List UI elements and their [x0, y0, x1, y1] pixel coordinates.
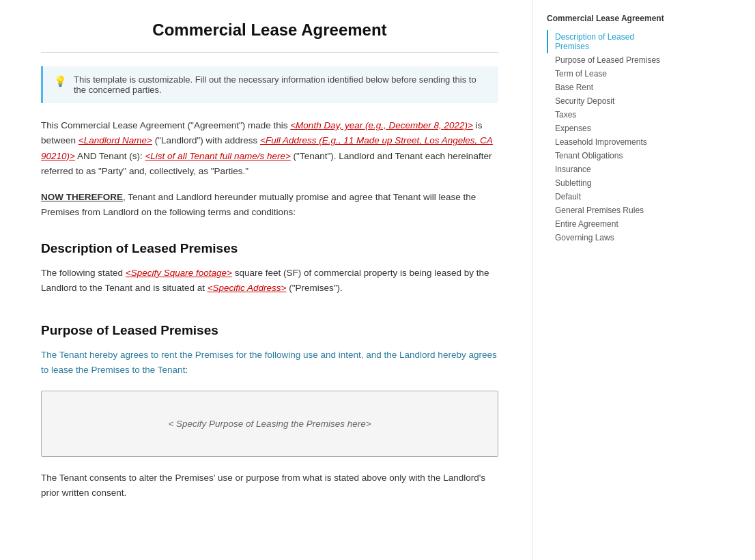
date-field[interactable]: <Month Day, year (e.g., December 8, 2022…: [290, 120, 473, 130]
sidebar-nav-item[interactable]: Base Rent: [547, 81, 669, 94]
section-description: Description of Leased Premises The follo…: [41, 241, 498, 296]
tenant-field[interactable]: <List of all Tenant full name/s here>: [145, 151, 290, 161]
sidebar: Commercial Lease Agreement Description o…: [532, 0, 676, 560]
sidebar-nav-item[interactable]: General Premises Rules: [547, 204, 669, 217]
now-therefore-bold: NOW THEREFORE: [41, 192, 123, 202]
sidebar-nav-item[interactable]: Purpose of Leased Premises: [547, 53, 669, 67]
sidebar-nav-item[interactable]: Term of Lease: [547, 67, 669, 81]
info-box-text: This template is customizable. Fill out …: [74, 74, 487, 95]
sidebar-nav-item[interactable]: Description of Leased Premises: [547, 30, 669, 53]
bulb-icon: 💡: [54, 75, 67, 87]
intro-part3: ("Landlord") with address: [152, 135, 260, 145]
purpose-placeholder: < Specify Purpose of Leasing the Premise…: [168, 419, 371, 429]
section-purpose: Purpose of Leased Premises The Tenant he…: [41, 323, 498, 501]
desc-part1: The following stated: [41, 268, 126, 278]
sidebar-title: Commercial Lease Agreement: [547, 14, 669, 23]
title-divider: [41, 52, 498, 53]
intro-paragraph: This Commercial Lease Agreement ("Agreem…: [41, 118, 498, 179]
landlord-field[interactable]: <Landlord Name>: [79, 135, 152, 145]
consent-text: The Tenant consents to alter the Premise…: [41, 471, 498, 501]
section-body-description: The following stated <Specify Square foo…: [41, 266, 498, 296]
sidebar-nav-item[interactable]: Subletting: [547, 176, 669, 190]
sidebar-nav-item[interactable]: Insurance: [547, 163, 669, 176]
sidebar-nav-item[interactable]: Taxes: [547, 108, 669, 122]
intro-part1: This Commercial Lease Agreement ("Agreem…: [41, 120, 290, 130]
now-therefore-paragraph: NOW THEREFORE, Tenant and Landlord hereu…: [41, 190, 498, 221]
sidebar-nav-item[interactable]: Security Deposit: [547, 94, 669, 108]
intro-part4: AND Tenant (s):: [75, 151, 145, 161]
sidebar-nav-item[interactable]: Leasehold Improvements: [547, 135, 669, 149]
square-footage-field[interactable]: <Specify Square footage>: [126, 268, 232, 278]
purpose-intro-text: The Tenant hereby agrees to rent the Pre…: [41, 348, 498, 378]
purpose-input-box[interactable]: < Specify Purpose of Leasing the Premise…: [41, 391, 498, 457]
sidebar-nav: Description of Leased PremisesPurpose of…: [547, 30, 669, 244]
sidebar-nav-item[interactable]: Entire Agreement: [547, 217, 669, 231]
section-heading-purpose: Purpose of Leased Premises: [41, 323, 498, 338]
desc-part3: ("Premises").: [287, 283, 343, 293]
section-heading-description: Description of Leased Premises: [41, 241, 498, 256]
info-box: 💡 This template is customizable. Fill ou…: [41, 66, 498, 103]
main-content: Commercial Lease Agreement 💡 This templa…: [0, 0, 532, 560]
specific-address-field[interactable]: <Specific Address>: [208, 283, 287, 293]
sidebar-nav-item[interactable]: Expenses: [547, 122, 669, 135]
page-title: Commercial Lease Agreement: [41, 20, 498, 40]
sidebar-nav-item[interactable]: Default: [547, 190, 669, 204]
sidebar-nav-item[interactable]: Tenant Obligations: [547, 149, 669, 163]
sidebar-nav-item[interactable]: Governing Laws: [547, 231, 669, 244]
